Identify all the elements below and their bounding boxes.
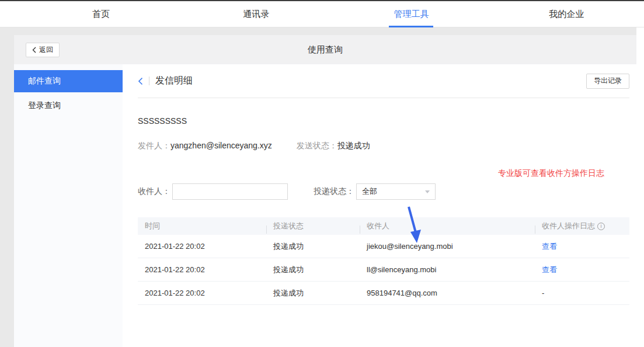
table-row: 2021-01-22 20:02 投递成功 958194741@qq.com - <box>138 282 629 305</box>
cell-time: 2021-01-22 20:02 <box>138 242 266 251</box>
table-row: 2021-01-22 20:02 投递成功 jiekou@silenceyang… <box>138 235 629 258</box>
view-log-link[interactable]: 查看 <box>542 241 557 252</box>
cell-recipient: ll@silenceyang.mobi <box>360 265 535 274</box>
sent-mail-table: 时间 投递状态 收件人 收件人操作日志 i 2021-01-22 20:02 投… <box>138 217 629 305</box>
delivery-status-filter-label: 投递状态： <box>314 186 354 197</box>
pro-version-annotation: 专业版可查看收件方操作日志 <box>498 168 604 179</box>
col-header-time: 时间 <box>138 221 266 231</box>
mail-subject: SSSSSSSSS <box>138 115 629 127</box>
scrollbar[interactable] <box>636 27 644 347</box>
view-log-link[interactable]: 查看 <box>542 265 557 275</box>
back-button-label: 返回 <box>39 45 53 55</box>
back-button[interactable]: 返回 <box>26 43 60 57</box>
query-header-bar: 返回 使用查询 <box>14 35 636 64</box>
sender-value: yangzhen@silenceyang.xyz <box>170 140 272 151</box>
recipient-filter-label: 收件人： <box>138 186 170 197</box>
sidebar-item-login-query[interactable]: 登录查询 <box>14 95 123 117</box>
col-header-status: 投递状态 <box>266 221 360 231</box>
cell-recipient: 958194741@qq.com <box>360 289 535 297</box>
sender-info-row: 发件人： yangzhen@silenceyang.xyz 发送状态： 投递成功 <box>138 140 629 151</box>
filter-row: 收件人： 投递状态： 全部 <box>138 183 629 200</box>
send-status-value: 投递成功 <box>337 140 370 151</box>
tab-my-enterprise[interactable]: 我的企业 <box>489 1 644 27</box>
info-icon[interactable]: i <box>597 223 605 230</box>
detail-title-row: 发信明细 导出记录 <box>138 64 629 98</box>
export-records-button[interactable]: 导出记录 <box>586 74 629 89</box>
detail-back-chevron-icon[interactable] <box>138 77 143 85</box>
tab-admin-tools[interactable]: 管理工具 <box>334 1 489 27</box>
table-header: 时间 投递状态 收件人 收件人操作日志 i <box>138 217 629 235</box>
title-divider <box>149 77 149 85</box>
detail-title: 发信明细 <box>155 75 193 87</box>
col-header-log: 收件人操作日志 i <box>535 221 629 231</box>
tab-contacts[interactable]: 通讯录 <box>179 1 334 27</box>
sender-label: 发件人： <box>138 140 170 151</box>
no-log-placeholder: - <box>542 289 544 297</box>
page-title: 使用查询 <box>14 35 636 64</box>
chevron-down-icon <box>425 190 430 193</box>
sidebar: 邮件查询 登录查询 <box>14 64 123 347</box>
cell-recipient: jiekou@silenceyang.mobi <box>360 242 535 251</box>
sidebar-item-mail-query[interactable]: 邮件查询 <box>14 70 123 92</box>
cell-status: 投递成功 <box>266 241 360 252</box>
top-nav: 首页 通讯录 管理工具 我的企业 <box>0 1 644 27</box>
main-panel: 发信明细 导出记录 SSSSSSSSS 发件人： yangzhen@silenc… <box>123 64 636 347</box>
send-status-label: 发送状态： <box>297 140 337 151</box>
content-card: 邮件查询 登录查询 发信明细 导出记录 SSSSSSSSS 发件人： yangz… <box>14 64 636 347</box>
cell-time: 2021-01-22 20:02 <box>138 289 266 297</box>
cell-time: 2021-01-22 20:02 <box>138 265 266 274</box>
tab-home[interactable]: 首页 <box>23 1 179 27</box>
recipient-filter-input[interactable] <box>172 183 288 200</box>
chevron-left-icon <box>32 47 36 53</box>
col-header-recipient: 收件人 <box>360 221 535 231</box>
cell-status: 投递成功 <box>266 265 360 275</box>
table-row: 2021-01-22 20:02 投递成功 ll@silenceyang.mob… <box>138 258 629 282</box>
col-header-log-label: 收件人操作日志 <box>542 221 595 231</box>
delivery-status-select[interactable]: 全部 <box>356 183 436 200</box>
cell-status: 投递成功 <box>266 288 360 299</box>
delivery-status-selected-value: 全部 <box>362 186 377 197</box>
